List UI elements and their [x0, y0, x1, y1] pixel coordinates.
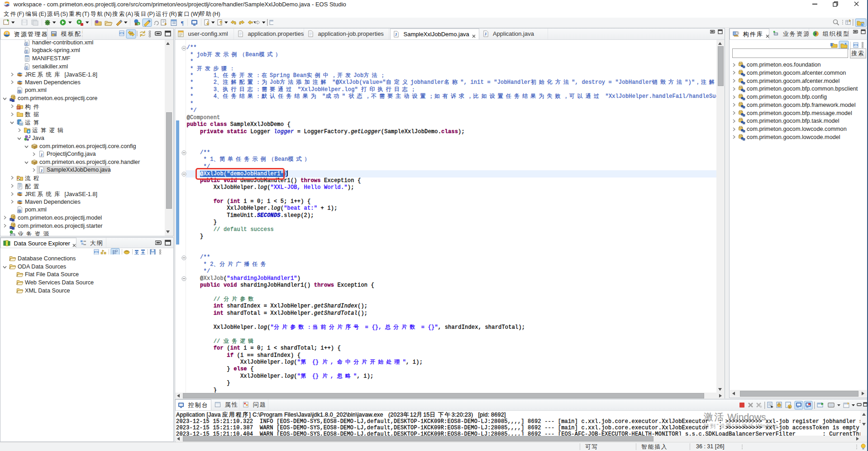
svg-text:x: x	[25, 66, 27, 69]
svg-text:J: J	[29, 134, 31, 139]
svg-text:M: M	[18, 90, 20, 93]
svg-text:e: e	[138, 22, 139, 25]
svg-text:J: J	[41, 153, 43, 157]
svg-text:¶: ¶	[181, 19, 184, 26]
svg-text:x: x	[25, 43, 27, 46]
svg-text:x: x	[25, 50, 27, 53]
svg-text:J: J	[395, 32, 397, 37]
svg-text:J: J	[41, 168, 43, 173]
svg-text:J: J	[485, 32, 486, 36]
svg-text:M: M	[18, 210, 20, 213]
